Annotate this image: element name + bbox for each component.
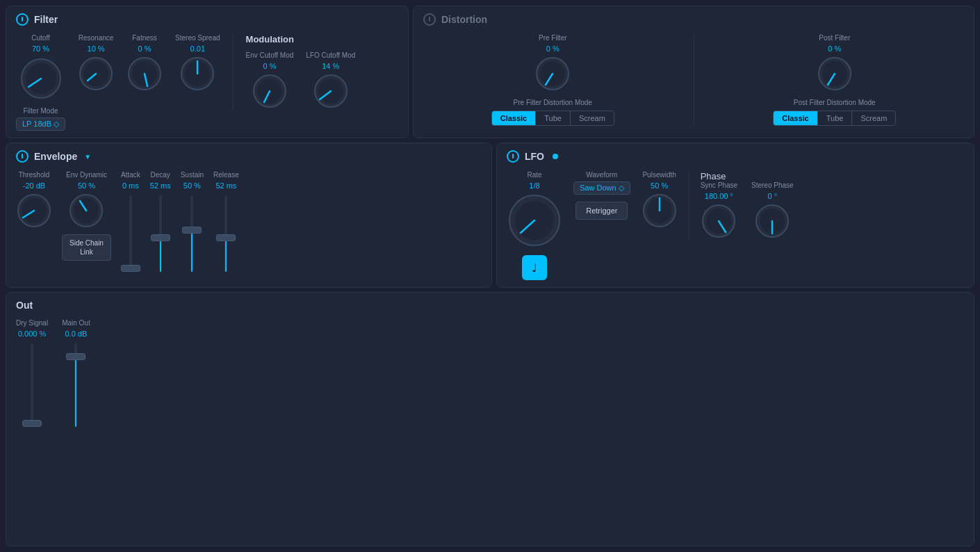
stereo-spread-group: Stereo Spread 0.01 bbox=[175, 34, 220, 92]
sync-phase-label: Sync Phase bbox=[701, 181, 737, 189]
modulation-title: Modulation bbox=[246, 34, 356, 44]
waveform-label: Waveform bbox=[586, 171, 617, 179]
pre-filter-mode-label: Pre Filter Distortion Mode bbox=[514, 99, 592, 106]
dry-signal-label: Dry Signal bbox=[16, 319, 48, 327]
attack-value: 0 ms bbox=[122, 181, 139, 190]
attack-slider[interactable] bbox=[129, 195, 132, 272]
post-filter-col: Post Filter 0 % Post Filter Distortion M… bbox=[705, 34, 965, 126]
decay-label: Decay bbox=[151, 171, 170, 179]
sync-phase-knob[interactable] bbox=[701, 203, 737, 239]
lfo-panel: LFO Rate 1/8 ♩ bbox=[496, 143, 974, 288]
stereo-spread-knob[interactable] bbox=[179, 56, 215, 92]
resonance-knob[interactable] bbox=[78, 56, 114, 92]
cutoff-knob[interactable] bbox=[18, 56, 64, 102]
rate-knob[interactable] bbox=[507, 193, 562, 248]
pre-filter-knob[interactable] bbox=[534, 56, 571, 92]
env-cutoff-mod-knob[interactable] bbox=[252, 73, 288, 109]
phase-section: Phase Sync Phase 180.00 ° bbox=[689, 171, 794, 239]
lfo-cutoff-mod-knob[interactable] bbox=[313, 73, 349, 109]
distortion-panel: Distortion Pre Filter 0 % bbox=[413, 6, 974, 138]
rate-group: Rate 1/8 ♩ bbox=[507, 171, 562, 280]
lfo-title: LFO bbox=[525, 151, 544, 162]
pre-filter-label: Pre Filter bbox=[539, 34, 567, 42]
pre-filter-classic-btn[interactable]: Classic bbox=[492, 111, 537, 125]
env-cutoff-mod-label: Env Cutoff Mod bbox=[246, 51, 294, 59]
lfo-cutoff-mod-group: LFO Cutoff Mod 14 % bbox=[306, 51, 355, 109]
envelope-power-button[interactable] bbox=[16, 150, 28, 163]
dry-signal-group: Dry Signal 0.000 % bbox=[16, 319, 48, 427]
lfo-cutoff-mod-label: LFO Cutoff Mod bbox=[306, 51, 355, 59]
threshold-label: Threshold bbox=[19, 171, 49, 179]
dry-signal-value: 0.000 % bbox=[18, 330, 46, 338]
post-filter-tube-btn[interactable]: Tube bbox=[818, 111, 853, 125]
release-label: Release bbox=[213, 171, 239, 179]
post-filter-scream-btn[interactable]: Scream bbox=[852, 111, 895, 125]
note-button[interactable]: ♩ bbox=[522, 255, 547, 280]
stereo-phase-value: 0 ° bbox=[768, 192, 778, 200]
main-out-group: Main Out 0.0 dB bbox=[62, 319, 90, 427]
dry-signal-slider[interactable] bbox=[31, 343, 33, 427]
sidechain-link-button[interactable]: Side Chain Link bbox=[62, 234, 111, 261]
waveform-select[interactable]: Saw Down ◇ bbox=[573, 181, 630, 195]
post-filter-value: 0 % bbox=[828, 44, 841, 53]
filter-mode-group: Filter Mode LP 18dB ◇ bbox=[16, 107, 65, 131]
env-cutoff-mod-group: Env Cutoff Mod 0 % bbox=[246, 51, 294, 109]
release-slider[interactable] bbox=[224, 195, 227, 272]
sync-phase-value: 180.00 ° bbox=[705, 192, 733, 200]
decay-value: 52 ms bbox=[150, 181, 171, 190]
env-dynamic-value: 50 % bbox=[78, 181, 95, 190]
distortion-title: Distortion bbox=[441, 14, 487, 25]
filter-title: Filter bbox=[34, 14, 58, 25]
pre-filter-value: 0 % bbox=[546, 44, 560, 53]
stereo-spread-label: Stereo Spread bbox=[175, 34, 220, 42]
cutoff-group: Cutoff 70 % Filter Mode LP 18dB ◇ bbox=[16, 34, 65, 131]
stereo-phase-knob[interactable] bbox=[754, 203, 790, 239]
post-filter-knob[interactable] bbox=[817, 56, 853, 92]
post-filter-mode-buttons: Classic Tube Scream bbox=[773, 111, 896, 126]
cutoff-value: 70 % bbox=[32, 44, 49, 53]
lfo-cutoff-mod-value: 14 % bbox=[322, 62, 339, 70]
fatness-knob[interactable] bbox=[126, 56, 163, 92]
filter-mode-select[interactable]: LP 18dB ◇ bbox=[16, 117, 65, 131]
retrigger-button[interactable]: Retrigger bbox=[575, 202, 628, 220]
decay-slider[interactable] bbox=[159, 195, 162, 272]
modulation-section: Modulation Env Cutoff Mod 0 % bbox=[233, 34, 356, 109]
lfo-active-dot bbox=[553, 154, 558, 159]
waveform-col: Waveform Saw Down ◇ Retrigger bbox=[573, 171, 630, 220]
envelope-title: Envelope bbox=[34, 151, 77, 162]
main-out-value: 0.0 dB bbox=[65, 330, 88, 338]
envelope-indicator: ▼ bbox=[84, 153, 91, 161]
pre-filter-tube-btn[interactable]: Tube bbox=[536, 111, 571, 125]
release-group: Release 52 ms bbox=[213, 171, 239, 272]
filter-panel: Filter Cutoff 70 % Filter Mode bbox=[6, 6, 409, 138]
fatness-group: Fatness 0 % bbox=[126, 34, 163, 92]
pre-filter-scream-btn[interactable]: Scream bbox=[571, 111, 614, 125]
sustain-slider[interactable] bbox=[190, 195, 193, 272]
pulsewidth-knob[interactable] bbox=[642, 193, 678, 229]
post-filter-classic-btn[interactable]: Classic bbox=[774, 111, 818, 125]
sync-phase-group: Sync Phase 180.00 ° bbox=[701, 181, 737, 239]
out-panel: Out Dry Signal 0.000 % Main Out 0.0 dB bbox=[6, 292, 974, 546]
cutoff-label: Cutoff bbox=[31, 34, 50, 42]
attack-label: Attack bbox=[121, 171, 140, 179]
env-dynamic-label: Env Dynamic bbox=[66, 171, 107, 179]
sustain-label: Sustain bbox=[181, 171, 204, 179]
pre-filter-col: Pre Filter 0 % Pre Filter Distortion Mod… bbox=[423, 34, 683, 126]
env-dynamic-knob[interactable] bbox=[68, 193, 104, 229]
resonance-value: 10 % bbox=[88, 44, 105, 53]
filter-mode-label: Filter Mode bbox=[24, 107, 58, 115]
main-out-slider[interactable] bbox=[74, 343, 77, 427]
fatness-label: Fatness bbox=[132, 34, 157, 42]
stereo-phase-label: Stereo Phase bbox=[751, 181, 794, 189]
threshold-knob[interactable] bbox=[16, 193, 52, 229]
envelope-panel: Envelope ▼ Threshold -20 dB bbox=[6, 143, 492, 288]
filter-power-button[interactable] bbox=[16, 13, 28, 26]
stereo-phase-group: Stereo Phase 0 ° bbox=[751, 181, 794, 239]
distortion-power-button[interactable] bbox=[423, 13, 436, 26]
rate-label: Rate bbox=[527, 171, 541, 179]
lfo-power-button[interactable] bbox=[507, 150, 519, 163]
rate-value: 1/8 bbox=[529, 181, 539, 190]
main-out-label: Main Out bbox=[62, 319, 90, 327]
sustain-group: Sustain 50 % bbox=[181, 171, 204, 272]
fatness-value: 0 % bbox=[138, 44, 152, 53]
